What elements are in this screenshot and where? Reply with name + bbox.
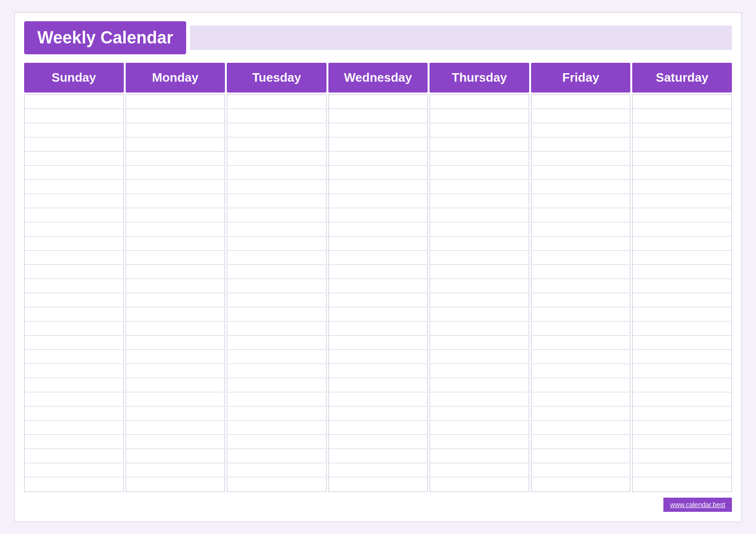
calendar-line[interactable] bbox=[25, 322, 123, 336]
calendar-line[interactable] bbox=[532, 435, 630, 449]
calendar-line[interactable] bbox=[227, 222, 326, 237]
calendar-line[interactable] bbox=[329, 180, 428, 194]
calendar-line[interactable] bbox=[329, 477, 428, 492]
calendar-line[interactable] bbox=[329, 449, 428, 463]
calendar-line[interactable] bbox=[25, 222, 123, 237]
calendar-line[interactable] bbox=[126, 407, 225, 421]
calendar-line[interactable] bbox=[430, 194, 529, 208]
calendar-line[interactable] bbox=[430, 364, 529, 378]
calendar-line[interactable] bbox=[126, 463, 225, 477]
calendar-line[interactable] bbox=[227, 251, 326, 265]
calendar-line[interactable] bbox=[227, 336, 326, 350]
calendar-line[interactable] bbox=[227, 152, 326, 166]
calendar-line[interactable] bbox=[126, 152, 225, 166]
calendar-line[interactable] bbox=[126, 392, 225, 407]
calendar-line[interactable] bbox=[329, 307, 428, 322]
calendar-line[interactable] bbox=[25, 237, 123, 251]
calendar-line[interactable] bbox=[633, 208, 731, 222]
calendar-line[interactable] bbox=[532, 322, 630, 336]
calendar-line[interactable] bbox=[633, 123, 731, 137]
calendar-line[interactable] bbox=[430, 137, 529, 152]
calendar-line[interactable] bbox=[430, 180, 529, 194]
calendar-line[interactable] bbox=[430, 265, 529, 279]
calendar-line[interactable] bbox=[430, 95, 529, 109]
calendar-line[interactable] bbox=[227, 421, 326, 435]
calendar-line[interactable] bbox=[25, 95, 123, 109]
calendar-line[interactable] bbox=[25, 449, 123, 463]
calendar-line[interactable] bbox=[126, 137, 225, 152]
calendar-line[interactable] bbox=[126, 293, 225, 307]
day-column-sunday[interactable] bbox=[24, 94, 124, 492]
day-column-friday[interactable] bbox=[531, 94, 631, 492]
calendar-line[interactable] bbox=[430, 477, 529, 492]
calendar-line[interactable] bbox=[126, 265, 225, 279]
calendar-line[interactable] bbox=[329, 251, 428, 265]
calendar-line[interactable] bbox=[633, 222, 731, 237]
calendar-line[interactable] bbox=[25, 166, 123, 180]
calendar-line[interactable] bbox=[633, 109, 731, 123]
calendar-line[interactable] bbox=[227, 378, 326, 392]
calendar-line[interactable] bbox=[430, 279, 529, 293]
calendar-line[interactable] bbox=[126, 279, 225, 293]
calendar-line[interactable] bbox=[633, 166, 731, 180]
calendar-line[interactable] bbox=[227, 109, 326, 123]
calendar-line[interactable] bbox=[430, 293, 529, 307]
calendar-line[interactable] bbox=[329, 392, 428, 407]
calendar-line[interactable] bbox=[532, 265, 630, 279]
calendar-line[interactable] bbox=[329, 208, 428, 222]
calendar-line[interactable] bbox=[227, 123, 326, 137]
calendar-line[interactable] bbox=[430, 421, 529, 435]
calendar-line[interactable] bbox=[532, 392, 630, 407]
calendar-line[interactable] bbox=[532, 180, 630, 194]
calendar-line[interactable] bbox=[633, 407, 731, 421]
calendar-line[interactable] bbox=[227, 279, 326, 293]
calendar-line[interactable] bbox=[25, 123, 123, 137]
calendar-line[interactable] bbox=[532, 109, 630, 123]
calendar-line[interactable] bbox=[227, 237, 326, 251]
calendar-line[interactable] bbox=[430, 123, 529, 137]
calendar-line[interactable] bbox=[227, 95, 326, 109]
calendar-line[interactable] bbox=[25, 336, 123, 350]
calendar-line[interactable] bbox=[633, 293, 731, 307]
calendar-line[interactable] bbox=[633, 336, 731, 350]
calendar-line[interactable] bbox=[227, 194, 326, 208]
calendar-line[interactable] bbox=[227, 435, 326, 449]
calendar-line[interactable] bbox=[25, 407, 123, 421]
calendar-line[interactable] bbox=[633, 237, 731, 251]
calendar-line[interactable] bbox=[532, 194, 630, 208]
calendar-line[interactable] bbox=[227, 449, 326, 463]
calendar-line[interactable] bbox=[126, 222, 225, 237]
calendar-line[interactable] bbox=[532, 166, 630, 180]
calendar-line[interactable] bbox=[633, 279, 731, 293]
calendar-line[interactable] bbox=[126, 449, 225, 463]
calendar-line[interactable] bbox=[329, 407, 428, 421]
calendar-line[interactable] bbox=[25, 392, 123, 407]
calendar-line[interactable] bbox=[329, 435, 428, 449]
calendar-line[interactable] bbox=[329, 378, 428, 392]
calendar-line[interactable] bbox=[329, 421, 428, 435]
calendar-line[interactable] bbox=[532, 279, 630, 293]
calendar-line[interactable] bbox=[126, 378, 225, 392]
website-link[interactable]: www.calendar.best bbox=[670, 501, 725, 509]
calendar-line[interactable] bbox=[633, 265, 731, 279]
calendar-line[interactable] bbox=[430, 350, 529, 364]
calendar-line[interactable] bbox=[633, 350, 731, 364]
calendar-line[interactable] bbox=[25, 137, 123, 152]
calendar-line[interactable] bbox=[430, 463, 529, 477]
calendar-line[interactable] bbox=[329, 293, 428, 307]
day-column-saturday[interactable] bbox=[632, 94, 732, 492]
calendar-line[interactable] bbox=[25, 350, 123, 364]
calendar-line[interactable] bbox=[532, 208, 630, 222]
calendar-line[interactable] bbox=[227, 293, 326, 307]
day-column-thursday[interactable] bbox=[430, 94, 529, 492]
calendar-line[interactable] bbox=[25, 463, 123, 477]
calendar-line[interactable] bbox=[25, 293, 123, 307]
calendar-line[interactable] bbox=[227, 350, 326, 364]
calendar-line[interactable] bbox=[25, 307, 123, 322]
calendar-line[interactable] bbox=[329, 237, 428, 251]
calendar-line[interactable] bbox=[633, 137, 731, 152]
calendar-line[interactable] bbox=[430, 336, 529, 350]
calendar-line[interactable] bbox=[329, 137, 428, 152]
calendar-line[interactable] bbox=[329, 364, 428, 378]
calendar-line[interactable] bbox=[633, 378, 731, 392]
